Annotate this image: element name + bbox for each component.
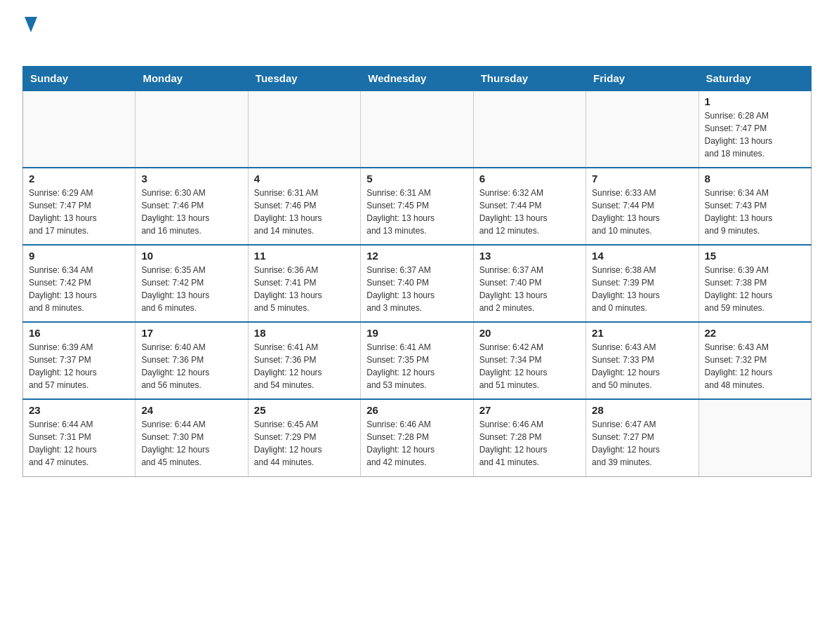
calendar-cell: 18Sunrise: 6:41 AMSunset: 7:36 PMDayligh… bbox=[248, 322, 360, 399]
day-number: 27 bbox=[479, 404, 580, 416]
calendar-week-row: 16Sunrise: 6:39 AMSunset: 7:37 PMDayligh… bbox=[23, 322, 812, 399]
day-number: 11 bbox=[254, 250, 355, 262]
day-info: Sunrise: 6:30 AMSunset: 7:46 PMDaylight:… bbox=[141, 187, 241, 237]
day-info: Sunrise: 6:34 AMSunset: 7:43 PMDaylight:… bbox=[705, 187, 805, 237]
day-number: 14 bbox=[592, 250, 692, 262]
day-info: Sunrise: 6:43 AMSunset: 7:32 PMDaylight:… bbox=[705, 341, 805, 391]
day-number: 26 bbox=[366, 404, 467, 416]
weekday-header-tuesday: Tuesday bbox=[248, 67, 360, 91]
day-info: Sunrise: 6:45 AMSunset: 7:29 PMDaylight:… bbox=[254, 418, 355, 469]
calendar-cell bbox=[586, 90, 699, 168]
weekday-header-thursday: Thursday bbox=[473, 67, 585, 91]
calendar-cell: 4Sunrise: 6:31 AMSunset: 7:46 PMDaylight… bbox=[248, 168, 360, 245]
calendar-cell bbox=[473, 90, 585, 168]
calendar-cell: 20Sunrise: 6:42 AMSunset: 7:34 PMDayligh… bbox=[473, 322, 585, 399]
calendar-cell bbox=[699, 399, 811, 476]
day-number: 17 bbox=[141, 327, 241, 339]
calendar-cell: 28Sunrise: 6:47 AMSunset: 7:27 PMDayligh… bbox=[586, 399, 699, 476]
weekday-header-saturday: Saturday bbox=[699, 67, 811, 91]
day-number: 22 bbox=[705, 327, 805, 339]
calendar-cell: 2Sunrise: 6:29 AMSunset: 7:47 PMDaylight… bbox=[23, 168, 135, 245]
calendar-cell: 11Sunrise: 6:36 AMSunset: 7:41 PMDayligh… bbox=[248, 245, 360, 322]
calendar-cell: 7Sunrise: 6:33 AMSunset: 7:44 PMDaylight… bbox=[586, 168, 699, 245]
day-info: Sunrise: 6:41 AMSunset: 7:35 PMDaylight:… bbox=[366, 341, 467, 391]
calendar-cell: 16Sunrise: 6:39 AMSunset: 7:37 PMDayligh… bbox=[23, 322, 135, 399]
calendar-cell: 17Sunrise: 6:40 AMSunset: 7:36 PMDayligh… bbox=[135, 322, 248, 399]
day-number: 1 bbox=[705, 95, 805, 107]
day-number: 24 bbox=[141, 404, 241, 416]
day-info: Sunrise: 6:44 AMSunset: 7:31 PMDaylight:… bbox=[29, 418, 129, 469]
day-info: Sunrise: 6:44 AMSunset: 7:30 PMDaylight:… bbox=[141, 418, 241, 469]
day-number: 5 bbox=[366, 173, 467, 185]
day-info: Sunrise: 6:47 AMSunset: 7:27 PMDaylight:… bbox=[592, 418, 692, 469]
calendar-cell: 3Sunrise: 6:30 AMSunset: 7:46 PMDaylight… bbox=[135, 168, 248, 245]
calendar-cell bbox=[361, 90, 473, 168]
day-number: 13 bbox=[479, 250, 580, 262]
weekday-header-monday: Monday bbox=[135, 67, 248, 91]
day-info: Sunrise: 6:36 AMSunset: 7:41 PMDaylight:… bbox=[254, 264, 355, 314]
day-info: Sunrise: 6:42 AMSunset: 7:34 PMDaylight:… bbox=[479, 341, 580, 391]
calendar-cell: 8Sunrise: 6:34 AMSunset: 7:43 PMDaylight… bbox=[699, 168, 811, 245]
calendar-cell: 21Sunrise: 6:43 AMSunset: 7:33 PMDayligh… bbox=[586, 322, 699, 399]
day-number: 21 bbox=[592, 327, 692, 339]
day-info: Sunrise: 6:39 AMSunset: 7:37 PMDaylight:… bbox=[29, 341, 129, 391]
day-number: 23 bbox=[29, 404, 129, 416]
calendar-cell: 14Sunrise: 6:38 AMSunset: 7:39 PMDayligh… bbox=[586, 245, 699, 322]
day-info: Sunrise: 6:43 AMSunset: 7:33 PMDaylight:… bbox=[592, 341, 692, 391]
calendar-table: SundayMondayTuesdayWednesdayThursdayFrid… bbox=[22, 66, 812, 477]
day-number: 8 bbox=[705, 173, 805, 185]
day-number: 9 bbox=[29, 250, 129, 262]
day-number: 6 bbox=[479, 173, 580, 185]
day-info: Sunrise: 6:31 AMSunset: 7:45 PMDaylight:… bbox=[366, 187, 467, 237]
day-info: Sunrise: 6:39 AMSunset: 7:38 PMDaylight:… bbox=[705, 264, 805, 314]
day-number: 12 bbox=[366, 250, 467, 262]
day-info: Sunrise: 6:38 AMSunset: 7:39 PMDaylight:… bbox=[592, 264, 692, 314]
day-info: Sunrise: 6:37 AMSunset: 7:40 PMDaylight:… bbox=[366, 264, 467, 314]
calendar-cell: 26Sunrise: 6:46 AMSunset: 7:28 PMDayligh… bbox=[361, 399, 473, 476]
calendar-cell: 5Sunrise: 6:31 AMSunset: 7:45 PMDaylight… bbox=[361, 168, 473, 245]
day-info: Sunrise: 6:40 AMSunset: 7:36 PMDaylight:… bbox=[141, 341, 241, 391]
calendar-cell: 19Sunrise: 6:41 AMSunset: 7:35 PMDayligh… bbox=[361, 322, 473, 399]
day-info: Sunrise: 6:35 AMSunset: 7:42 PMDaylight:… bbox=[141, 264, 241, 314]
calendar-week-row: 2Sunrise: 6:29 AMSunset: 7:47 PMDaylight… bbox=[23, 168, 812, 245]
day-info: Sunrise: 6:32 AMSunset: 7:44 PMDaylight:… bbox=[479, 187, 580, 237]
calendar-cell: 9Sunrise: 6:34 AMSunset: 7:42 PMDaylight… bbox=[23, 245, 135, 322]
weekday-header-friday: Friday bbox=[586, 67, 699, 91]
day-number: 19 bbox=[366, 327, 467, 339]
calendar-week-row: 23Sunrise: 6:44 AMSunset: 7:31 PMDayligh… bbox=[23, 399, 812, 476]
day-info: Sunrise: 6:46 AMSunset: 7:28 PMDaylight:… bbox=[479, 418, 580, 469]
day-number: 20 bbox=[479, 327, 580, 339]
calendar-cell: 23Sunrise: 6:44 AMSunset: 7:31 PMDayligh… bbox=[23, 399, 135, 476]
svg-marker-0 bbox=[25, 17, 37, 32]
calendar-cell: 12Sunrise: 6:37 AMSunset: 7:40 PMDayligh… bbox=[361, 245, 473, 322]
day-number: 16 bbox=[29, 327, 129, 339]
day-info: Sunrise: 6:33 AMSunset: 7:44 PMDaylight:… bbox=[592, 187, 692, 237]
logo-arrow-icon bbox=[25, 17, 37, 32]
day-number: 7 bbox=[592, 173, 692, 185]
weekday-header-sunday: Sunday bbox=[23, 67, 135, 91]
page-header bbox=[22, 17, 812, 55]
calendar-header-row: SundayMondayTuesdayWednesdayThursdayFrid… bbox=[23, 67, 812, 91]
calendar-cell bbox=[135, 90, 248, 168]
calendar-cell: 25Sunrise: 6:45 AMSunset: 7:29 PMDayligh… bbox=[248, 399, 360, 476]
day-info: Sunrise: 6:46 AMSunset: 7:28 PMDaylight:… bbox=[366, 418, 467, 469]
calendar-cell: 1Sunrise: 6:28 AMSunset: 7:47 PMDaylight… bbox=[699, 90, 811, 168]
day-number: 2 bbox=[29, 173, 129, 185]
day-info: Sunrise: 6:41 AMSunset: 7:36 PMDaylight:… bbox=[254, 341, 355, 391]
day-info: Sunrise: 6:31 AMSunset: 7:46 PMDaylight:… bbox=[254, 187, 355, 237]
day-info: Sunrise: 6:28 AMSunset: 7:47 PMDaylight:… bbox=[705, 109, 805, 160]
calendar-week-row: 9Sunrise: 6:34 AMSunset: 7:42 PMDaylight… bbox=[23, 245, 812, 322]
day-number: 10 bbox=[141, 250, 241, 262]
calendar-cell: 27Sunrise: 6:46 AMSunset: 7:28 PMDayligh… bbox=[473, 399, 585, 476]
day-info: Sunrise: 6:34 AMSunset: 7:42 PMDaylight:… bbox=[29, 264, 129, 314]
weekday-header-wednesday: Wednesday bbox=[361, 67, 473, 91]
calendar-cell: 6Sunrise: 6:32 AMSunset: 7:44 PMDaylight… bbox=[473, 168, 585, 245]
logo bbox=[22, 17, 37, 55]
day-info: Sunrise: 6:29 AMSunset: 7:47 PMDaylight:… bbox=[29, 187, 129, 237]
day-info: Sunrise: 6:37 AMSunset: 7:40 PMDaylight:… bbox=[479, 264, 580, 314]
day-number: 28 bbox=[592, 404, 692, 416]
day-number: 3 bbox=[141, 173, 241, 185]
day-number: 4 bbox=[254, 173, 355, 185]
calendar-cell: 22Sunrise: 6:43 AMSunset: 7:32 PMDayligh… bbox=[699, 322, 811, 399]
day-number: 18 bbox=[254, 327, 355, 339]
